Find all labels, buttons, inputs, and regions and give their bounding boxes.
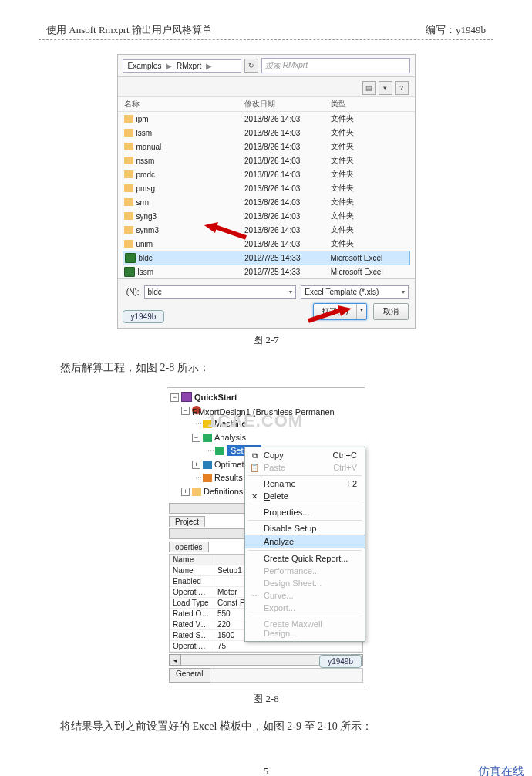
folder-icon xyxy=(124,157,133,164)
design-icon: RMxprtDesign1 (Brushless Permanen xyxy=(192,406,201,414)
menu-performance: Performance... xyxy=(245,565,365,577)
filename-label: (N): xyxy=(124,288,140,296)
chevron-right-icon: ▶ xyxy=(163,62,174,70)
col-type[interactable]: 类型 xyxy=(331,99,409,110)
file-row[interactable]: manual2013/8/26 14:03文件夹 xyxy=(118,140,415,154)
tab-spacer xyxy=(210,668,363,683)
col-name[interactable]: 名称 xyxy=(124,99,245,110)
menu-paste: 📋PasteCtrl+V xyxy=(245,461,365,474)
help-icon[interactable]: ? xyxy=(395,81,409,95)
breadcrumb[interactable]: Examples ▶ RMxprt ▶ xyxy=(123,59,241,73)
chevron-down-icon[interactable]: ▾ xyxy=(402,288,405,295)
file-row[interactable]: unim2013/8/26 14:03文件夹 xyxy=(118,237,415,251)
view-icon[interactable]: ▤ xyxy=(362,81,376,95)
expand-icon[interactable]: + xyxy=(181,488,190,496)
menu-analyze[interactable]: Analyze xyxy=(245,535,365,548)
chevron-down-icon[interactable]: ▾ xyxy=(289,288,292,295)
setup-icon xyxy=(215,447,224,455)
folder-icon xyxy=(124,212,133,220)
folder-icon xyxy=(124,226,133,234)
tab-project[interactable]: Project xyxy=(169,516,205,527)
menu-separator xyxy=(248,550,362,551)
file-row[interactable]: pmsg2013/8/26 14:03文件夹 xyxy=(118,181,415,195)
tree-results[interactable]: Results xyxy=(214,473,243,482)
breadcrumb-rmxprt[interactable]: RMxprt xyxy=(177,62,201,70)
tree-analysis[interactable]: Analysis xyxy=(214,433,246,442)
site-footer: 仿真在线 www.1CAE.com xyxy=(438,764,524,776)
tree-machine[interactable]: Machine xyxy=(214,419,247,428)
cancel-button[interactable]: 取消 xyxy=(373,303,409,320)
filetype-select[interactable]: Excel Template (*.xls)▾ xyxy=(301,285,408,299)
menu-design-sheet: Design Sheet... xyxy=(245,577,365,589)
folder-icon xyxy=(192,488,201,496)
site-name-cn: 仿真在线 xyxy=(438,764,524,776)
paragraph: 然后解算工程，如图 2-8 所示： xyxy=(39,361,493,375)
folder-icon xyxy=(124,129,133,137)
file-row[interactable]: ipm2013/8/26 14:03文件夹 xyxy=(118,112,415,126)
header-divider xyxy=(39,39,493,40)
expand-icon[interactable]: + xyxy=(192,461,200,469)
results-icon xyxy=(203,474,212,482)
figure-caption: 图 2-7 xyxy=(39,333,493,347)
prop-row[interactable]: Operati…75 xyxy=(170,641,362,652)
menu-disable-setup[interactable]: Disable Setup xyxy=(245,522,365,535)
col-date[interactable]: 修改日期 xyxy=(244,99,331,110)
delete-icon: ✕ xyxy=(249,491,260,501)
filename-input[interactable]: bldc▾ xyxy=(144,285,297,299)
machine-icon xyxy=(203,420,212,428)
file-row[interactable]: synm32013/8/26 14:03文件夹 xyxy=(118,223,415,237)
doc-title: 使用 Ansoft Rmxprt 输出用户风格算单 xyxy=(46,23,212,37)
figure-caption: 图 2-8 xyxy=(39,692,493,706)
watermark-badge: y1949b xyxy=(319,655,362,668)
search-input[interactable]: 搜索 RMxprt xyxy=(261,58,410,73)
file-row-selected[interactable]: bldc2012/7/25 14:33Microsoft Excel xyxy=(123,251,410,265)
tree-root[interactable]: QuickStart xyxy=(194,393,237,402)
tree-definitions[interactable]: Definitions xyxy=(204,487,243,496)
file-row[interactable]: pmdc2013/8/26 14:03文件夹 xyxy=(118,167,415,181)
chevron-right-icon: ▶ xyxy=(204,62,214,70)
tab-general[interactable]: General xyxy=(169,668,210,683)
file-row[interactable]: lssm2012/7/25 14:33Microsoft Excel xyxy=(118,265,415,278)
file-row[interactable]: srm2013/8/26 14:03文件夹 xyxy=(118,195,415,209)
open-dropdown-icon[interactable]: ▾ xyxy=(356,304,366,319)
menu-quick-report[interactable]: Create Quick Report... xyxy=(245,552,365,565)
excel-icon xyxy=(124,267,135,277)
folder-icon xyxy=(124,198,133,206)
analysis-icon xyxy=(203,434,212,442)
filelist-header: 名称 修改日期 类型 xyxy=(118,97,415,112)
file-row[interactable]: syng32013/8/26 14:03文件夹 xyxy=(118,209,415,223)
menu-separator xyxy=(248,504,362,504)
collapse-icon[interactable]: − xyxy=(192,434,200,442)
paragraph: 将结果导入到之前设置好的 Excel 模板中，如图 2-9 至 2-10 所示： xyxy=(39,720,493,734)
file-row[interactable]: lssm2013/8/26 14:03文件夹 xyxy=(118,126,415,140)
doc-author: 编写：y1949b xyxy=(426,23,486,37)
scroll-left-icon[interactable]: ◂ xyxy=(169,654,181,666)
breadcrumb-examples[interactable]: Examples xyxy=(128,62,162,70)
menu-copy[interactable]: ⧉CopyCtrl+C xyxy=(245,449,365,461)
menu-delete[interactable]: ✕Delete xyxy=(245,490,365,502)
menu-export: Export... xyxy=(245,602,365,614)
file-row[interactable]: nssm2013/8/26 14:03文件夹 xyxy=(118,154,415,167)
fileopen-toolbar: ▤ ▾ ? xyxy=(118,77,415,97)
tab-properties[interactable]: operties xyxy=(169,542,209,552)
refresh-icon[interactable]: ↻ xyxy=(244,59,258,73)
view-caret-icon[interactable]: ▾ xyxy=(379,81,392,95)
fileopen-addressbar: Examples ▶ RMxprt ▶ ↻ 搜索 RMxprt xyxy=(118,55,415,77)
open-button[interactable]: 打开(O)▾ xyxy=(313,303,366,320)
excel-icon xyxy=(125,253,136,263)
folder-icon xyxy=(124,240,133,248)
menu-separator xyxy=(248,616,362,616)
curve-icon: 〰 xyxy=(249,591,260,601)
menu-properties[interactable]: Properties... xyxy=(245,506,365,518)
menu-rename[interactable]: RenameF2 xyxy=(245,477,365,490)
collapse-icon[interactable]: − xyxy=(170,393,179,402)
optimetrics-icon xyxy=(203,461,212,469)
figure-2-8: 1CAE.COM −QuickStart −RMxprtDesign1 (Bru… xyxy=(167,387,365,687)
folder-icon xyxy=(124,115,133,123)
prop-col-name[interactable]: Name xyxy=(170,555,214,565)
folder-icon xyxy=(124,184,133,192)
menu-separator xyxy=(248,520,362,521)
paste-icon: 📋 xyxy=(249,463,260,473)
folder-icon xyxy=(124,170,133,178)
collapse-icon[interactable]: − xyxy=(181,407,190,415)
